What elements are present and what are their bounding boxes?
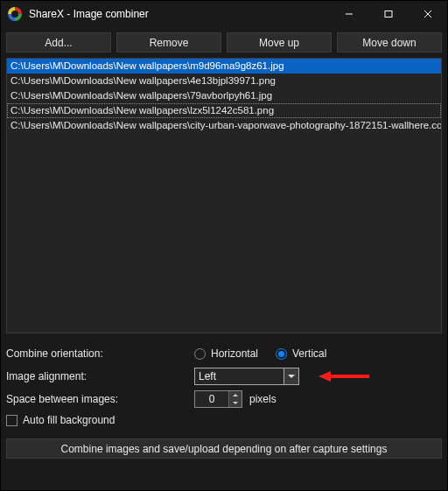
spinner-down-button[interactable]	[229, 399, 242, 407]
orientation-horizontal-radio[interactable]: Horizontal	[194, 347, 258, 360]
list-item[interactable]: C:\Users\M\Downloads\New wallpapers\4e13…	[7, 74, 441, 88]
close-button[interactable]	[408, 1, 447, 27]
file-listbox[interactable]: C:\Users\M\Downloads\New wallpapers\m9d9…	[6, 58, 442, 333]
sharex-logo-icon	[8, 7, 22, 21]
maximize-button[interactable]	[368, 1, 408, 27]
window-controls	[329, 1, 447, 27]
radio-icon	[194, 348, 206, 360]
orientation-group: Horizontal Vertical	[194, 347, 326, 360]
toolbar: Add... Remove Move up Move down	[1, 27, 447, 58]
movedown-button[interactable]: Move down	[337, 32, 442, 53]
checkbox-icon	[6, 415, 18, 426]
space-spinner[interactable]: 0	[194, 390, 242, 408]
radio-label: Horizontal	[211, 347, 258, 360]
remove-button[interactable]: Remove	[116, 32, 221, 53]
moveup-button[interactable]: Move up	[227, 32, 332, 53]
svg-rect-0	[385, 11, 392, 18]
autofill-checkbox[interactable]: Auto fill background	[6, 414, 442, 426]
titlebar: ShareX - Image combiner	[1, 1, 447, 27]
list-item[interactable]: C:\Users\M\Downloads\New wallpapers\79av…	[7, 88, 441, 103]
space-unit: pixels	[249, 393, 276, 405]
combine-button[interactable]: Combine images and save/upload depending…	[6, 438, 442, 459]
options-form: Combine orientation: Horizontal Vertical…	[1, 333, 447, 431]
spinner-up-button[interactable]	[229, 391, 242, 399]
list-item[interactable]: C:\Users\M\Downloads\New wallpapers\city…	[7, 118, 441, 133]
highlight-arrow-icon	[318, 368, 371, 385]
combobox-value: Left	[195, 368, 284, 384]
orientation-label: Combine orientation:	[6, 347, 194, 360]
list-item[interactable]: C:\Users\M\Downloads\New wallpapers\m9d9…	[7, 59, 441, 74]
radio-icon	[276, 348, 287, 360]
list-item[interactable]: C:\Users\M\Downloads\New wallpapers\lzx5…	[7, 103, 441, 118]
alignment-combobox[interactable]: Left	[194, 368, 299, 385]
spinner-buttons	[228, 391, 242, 407]
minimize-button[interactable]	[329, 1, 368, 27]
window-title: ShareX - Image combiner	[29, 8, 329, 20]
alignment-label: Image alignment:	[6, 370, 194, 382]
spinner-value[interactable]: 0	[195, 391, 228, 407]
svg-marker-2	[318, 371, 331, 382]
checkbox-label: Auto fill background	[23, 414, 115, 426]
space-label: Space between images:	[6, 393, 194, 405]
orientation-vertical-radio[interactable]: Vertical	[276, 347, 326, 360]
add-button[interactable]: Add...	[6, 32, 111, 53]
chevron-down-icon[interactable]	[284, 368, 298, 384]
radio-label: Vertical	[292, 347, 326, 360]
